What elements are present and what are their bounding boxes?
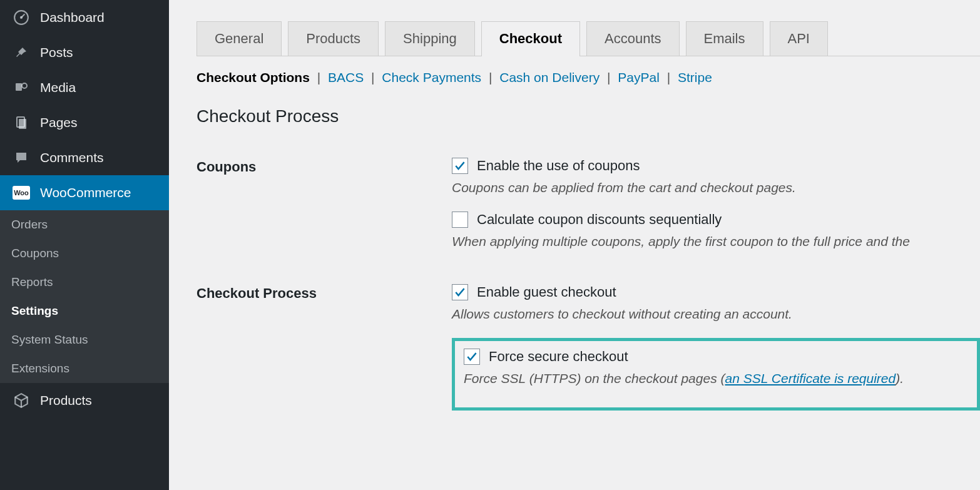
sidebar-item-label: Pages	[40, 115, 78, 130]
desc-force-ssl: Force SSL (HTTPS) on the checkout pages …	[464, 371, 968, 386]
sidebar-sub-reports[interactable]: Reports	[0, 268, 169, 297]
highlight-force-ssl: Force secure checkout Force SSL (HTTPS) …	[452, 338, 980, 411]
subnav-paypal[interactable]: PayPal	[618, 70, 660, 84]
svg-rect-2	[16, 83, 22, 91]
desc-sequential-coupons: When applying multiple coupons, apply th…	[452, 234, 980, 249]
sidebar-item-comments[interactable]: Comments	[0, 140, 169, 175]
main-content: General Products Shipping Checkout Accou…	[169, 0, 980, 490]
link-ssl-required[interactable]: an SSL Certificate is required	[725, 371, 896, 385]
subnav-bacs[interactable]: BACS	[328, 70, 364, 84]
sidebar-item-label: Posts	[40, 45, 73, 60]
woo-icon: Woo	[11, 183, 31, 203]
sidebar-item-woocommerce[interactable]: Woo WooCommerce	[0, 175, 169, 210]
sidebar-item-label: Dashboard	[40, 10, 105, 25]
sidebar-sub-settings[interactable]: Settings	[0, 297, 169, 325]
sidebar-item-label: WooCommerce	[40, 185, 131, 200]
sidebar-item-products[interactable]: Products	[0, 383, 169, 418]
label-sequential-coupons: Calculate coupon discounts sequentially	[477, 212, 722, 228]
tab-products[interactable]: Products	[288, 21, 379, 56]
section-heading: Checkout Process	[197, 106, 980, 126]
checkbox-sequential-coupons[interactable]	[452, 212, 468, 228]
tab-accounts[interactable]: Accounts	[586, 21, 680, 56]
subnav-stripe[interactable]: Stripe	[678, 70, 712, 84]
label-force-ssl: Force secure checkout	[489, 349, 628, 365]
tab-checkout[interactable]: Checkout	[481, 21, 580, 56]
tab-shipping[interactable]: Shipping	[385, 21, 475, 56]
settings-tabs: General Products Shipping Checkout Accou…	[197, 21, 980, 56]
sidebar-item-label: Comments	[40, 150, 104, 165]
media-icon	[11, 78, 31, 98]
tab-emails[interactable]: Emails	[686, 21, 763, 56]
checkout-subnav: Checkout Options | BACS | Check Payments…	[197, 70, 980, 85]
label-guest-checkout: Enable guest checkout	[477, 284, 616, 300]
sidebar-sub-orders[interactable]: Orders	[0, 210, 169, 239]
sidebar-item-label: Products	[40, 393, 92, 408]
checkbox-force-ssl[interactable]	[464, 349, 480, 365]
svg-rect-5	[19, 119, 26, 129]
sidebar-sub-coupons[interactable]: Coupons	[0, 239, 169, 268]
pin-icon	[11, 43, 31, 63]
checkbox-guest-checkout[interactable]	[452, 284, 468, 300]
label-enable-coupons: Enable the use of coupons	[477, 158, 640, 174]
pages-icon	[11, 113, 31, 133]
desc-guest-checkout: Allows customers to checkout without cre…	[452, 307, 980, 322]
products-icon	[11, 390, 31, 411]
admin-sidebar: Dashboard Posts Media Pages Comments Woo…	[0, 0, 169, 490]
dashboard-icon	[11, 8, 31, 28]
subnav-check-payments[interactable]: Check Payments	[382, 70, 481, 84]
desc-enable-coupons: Coupons can be applied from the cart and…	[452, 180, 980, 195]
sidebar-item-posts[interactable]: Posts	[0, 35, 169, 70]
sidebar-sub-extensions[interactable]: Extensions	[0, 354, 169, 383]
row-label-coupons: Coupons	[197, 158, 452, 175]
sidebar-sub-system-status[interactable]: System Status	[0, 325, 169, 354]
sidebar-item-media[interactable]: Media	[0, 70, 169, 105]
sidebar-item-dashboard[interactable]: Dashboard	[0, 0, 169, 35]
tab-general[interactable]: General	[197, 21, 282, 56]
sidebar-item-pages[interactable]: Pages	[0, 105, 169, 140]
checkbox-enable-coupons[interactable]	[452, 158, 468, 174]
comments-icon	[11, 148, 31, 168]
subnav-cash-on-delivery[interactable]: Cash on Delivery	[499, 70, 600, 84]
svg-point-1	[20, 16, 23, 19]
tab-api[interactable]: API	[770, 21, 828, 56]
sidebar-item-label: Media	[40, 80, 76, 95]
svg-point-3	[22, 83, 27, 88]
subnav-current[interactable]: Checkout Options	[197, 70, 310, 84]
row-label-checkout-process: Checkout Process	[197, 284, 452, 302]
